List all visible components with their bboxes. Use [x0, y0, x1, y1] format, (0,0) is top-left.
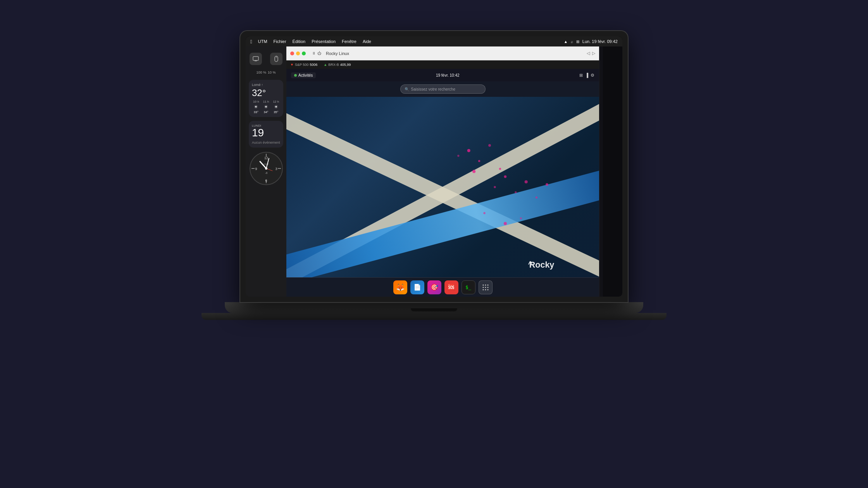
svg-point-32	[536, 196, 537, 198]
svg-point-40	[485, 284, 486, 285]
weather-city: Lomé ↑	[252, 83, 280, 87]
battery-label: 100 %	[256, 70, 266, 74]
vm-area: Activités 19 févr. 10:42 ⊞ ▐ ⚙	[286, 69, 599, 297]
svg-point-44	[487, 287, 488, 288]
nav-next-icon[interactable]: ▷	[592, 51, 595, 56]
power-icon[interactable]: ⏻	[317, 51, 321, 55]
mouse-icon[interactable]	[270, 53, 282, 65]
rocky-artwork: Rocky ^	[286, 97, 599, 277]
svg-point-36	[520, 217, 522, 219]
utm-ticker: ▼ S&P 500 5006 ▲ BRX-B 405,99	[286, 60, 599, 69]
menu-fichier[interactable]: Fichier	[272, 39, 288, 44]
svg-text:12: 12	[264, 156, 268, 160]
svg-point-31	[525, 180, 528, 184]
dock-camera[interactable]: 🎯	[427, 280, 441, 294]
right-panel-peek	[599, 46, 622, 297]
wifi-icon: ▲	[564, 40, 568, 44]
search-icon[interactable]: ⌕	[571, 40, 573, 44]
gnome-search-bar: 🔍 Saisissez votre recherche	[286, 81, 599, 97]
forecast-10h: 10 h ☀ 33°	[252, 100, 260, 114]
forecast-12h: 12 h ☀ 35°	[272, 100, 280, 114]
svg-point-25	[499, 168, 501, 170]
gnome-status-right: ⊞ ▐ ⚙	[579, 73, 594, 78]
calendar-widget: LUNDI 19 Aucun événement	[249, 121, 283, 148]
svg-point-39	[482, 284, 484, 285]
svg-point-47	[487, 289, 488, 290]
svg-text:3: 3	[275, 167, 277, 171]
svg-point-26	[457, 155, 459, 157]
minimize-button[interactable]	[296, 52, 300, 55]
svg-point-18	[265, 167, 267, 170]
dock-firefox[interactable]: 🦊	[393, 280, 407, 294]
svg-point-42	[482, 287, 484, 288]
gnome-chart-icon[interactable]: ▐	[585, 73, 588, 77]
laptop-hinge	[225, 302, 643, 313]
svg-rect-0	[253, 57, 258, 60]
svg-point-30	[515, 191, 517, 193]
menu-aide[interactable]: Aide	[361, 39, 373, 44]
brx-label: BRX-B	[328, 63, 339, 67]
menu-fenetre[interactable]: Fenêtre	[340, 39, 358, 44]
brx-value: 405,99	[340, 63, 351, 67]
gnome-activities-button[interactable]: Activités	[291, 72, 316, 78]
gnome-dock: 🦊 📄 🎯 🆘 $_	[286, 277, 599, 297]
gnome-search-input[interactable]: 🔍 Saisissez votre recherche	[400, 84, 486, 94]
svg-point-28	[494, 186, 496, 188]
charge-label: 10 %	[268, 70, 276, 74]
gnome-grid-icon[interactable]: ⊞	[579, 73, 583, 78]
svg-point-22	[467, 149, 470, 152]
svg-text:^: ^	[528, 259, 533, 270]
screen-content: 100 % 10 % Lomé ↑ 32° 10 h ☀	[246, 46, 622, 297]
utm-title: Rocky Linux	[326, 51, 349, 56]
dock-apps-grid[interactable]	[479, 280, 493, 294]
sp500-value: 5006	[310, 63, 317, 67]
laptop-screen-bezel:  UTM Fichier Édition Présentation Fenêt…	[246, 36, 622, 297]
sp500-label: S&P 500	[295, 63, 308, 67]
mac-status-icons: ▲ ⌕ ⊞ Lun. 19 févr. 09:42	[564, 39, 618, 44]
svg-point-29	[504, 175, 507, 178]
svg-point-41	[487, 284, 488, 285]
dock-terminal[interactable]: $_	[462, 280, 475, 294]
analog-clock-widget: 12 3 6 9 CUP -8	[249, 151, 283, 186]
pause-icon[interactable]: ⏸	[312, 51, 316, 55]
menu-presentation[interactable]: Présentation	[310, 39, 338, 44]
svg-text:-8: -8	[265, 172, 267, 174]
rocky-artwork-svg: Rocky ^	[286, 97, 599, 277]
menu-utm[interactable]: UTM	[256, 39, 269, 44]
apple-logo-icon: 	[250, 39, 252, 45]
gnome-settings-icon[interactable]: ⚙	[591, 73, 594, 78]
dock-notes[interactable]: 📄	[410, 280, 424, 294]
laptop-notch	[411, 308, 457, 311]
menu-edition[interactable]: Édition	[291, 39, 308, 44]
gnome-status-dot	[294, 74, 297, 77]
mac-clock: Lun. 19 févr. 09:42	[582, 39, 618, 44]
weather-widget: Lomé ↑ 32° 10 h ☀ 33° 11 h	[249, 80, 283, 117]
screen-icon[interactable]	[250, 53, 262, 65]
utm-titlebar: ⏸ ⏻ Rocky Linux ◁ ▷	[286, 46, 599, 60]
mac-menubar:  UTM Fichier Édition Présentation Fenêt…	[246, 36, 622, 46]
fullscreen-button[interactable]	[302, 52, 306, 55]
svg-rect-1	[255, 60, 257, 61]
svg-text:Rocky: Rocky	[529, 260, 555, 270]
svg-point-34	[483, 212, 485, 214]
svg-point-27	[472, 170, 475, 173]
brx-direction-icon: ▲	[324, 63, 327, 67]
cal-date: 19	[252, 127, 280, 138]
nav-prev-icon[interactable]: ◁	[587, 51, 590, 56]
sp500-direction-icon: ▼	[290, 63, 294, 67]
weather-temp: 32°	[252, 88, 280, 98]
svg-point-24	[488, 144, 491, 147]
widget-toolbar	[249, 51, 283, 67]
clock-svg: 12 3 6 9 CUP -8	[249, 151, 283, 186]
control-center-icon[interactable]: ⊞	[576, 40, 579, 44]
dock-lifesaver[interactable]: 🆘	[444, 280, 458, 294]
svg-point-46	[485, 289, 486, 290]
svg-point-45	[482, 289, 484, 290]
svg-point-43	[485, 287, 486, 288]
laptop-base	[202, 313, 666, 320]
close-button[interactable]	[290, 52, 294, 55]
ticker-sp500: ▼ S&P 500 5006	[290, 63, 317, 67]
search-icon: 🔍	[405, 87, 409, 91]
ticker-brx: ▲ BRX-B 405,99	[324, 63, 351, 67]
svg-point-33	[546, 183, 548, 186]
